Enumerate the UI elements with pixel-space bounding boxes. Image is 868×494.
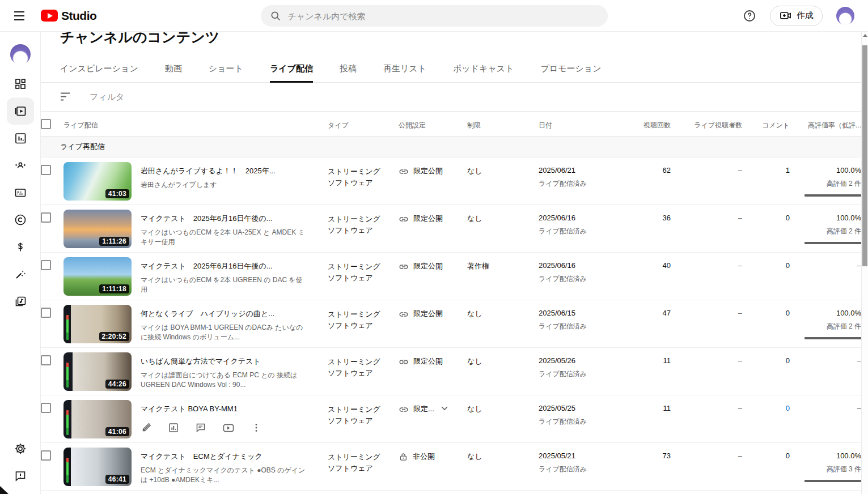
sidebar-item-settings[interactable] [7, 435, 34, 462]
view-on-youtube-icon[interactable] [222, 422, 235, 433]
scrollbar-thumb[interactable] [862, 45, 867, 266]
row-checkbox[interactable] [41, 260, 51, 270]
tab-posts[interactable]: 投稿 [340, 57, 357, 82]
video-title[interactable]: マイクテスト ECMとダイナミック [141, 452, 307, 462]
comments-icon[interactable] [195, 422, 206, 433]
visibility-label[interactable]: 限定... [413, 404, 434, 414]
filter-bar[interactable]: フィルタ [41, 83, 861, 112]
visibility-label[interactable]: 限定公開 [413, 261, 443, 271]
sidebar [0, 32, 41, 494]
menu-icon[interactable] [8, 5, 31, 27]
sidebar-item-earn[interactable] [7, 233, 34, 261]
stream-status: ライブ配信済み [539, 417, 609, 427]
restriction-label[interactable]: なし [467, 300, 539, 347]
sidebar-item-dashboard[interactable] [7, 70, 34, 97]
scrollbar-up-arrow[interactable] [863, 34, 867, 37]
vertical-scrollbar[interactable] [861, 32, 868, 494]
sidebar-item-content[interactable] [7, 97, 34, 125]
help-icon[interactable] [743, 9, 756, 23]
tab-podcasts[interactable]: ポッドキャスト [453, 57, 514, 82]
table-row[interactable]: 1:11:26 マイクテスト 2025年6月16日午後の... マイクはいつもの… [41, 205, 861, 253]
sidebar-item-copyright[interactable] [7, 206, 34, 233]
search-bar[interactable] [261, 5, 608, 27]
visibility-label[interactable]: 限定公開 [413, 356, 443, 367]
video-title[interactable]: マイクテスト 2025年6月16日午後の... [141, 261, 307, 271]
row-checkbox[interactable] [41, 212, 51, 223]
video-thumbnail[interactable]: 46:41 [63, 448, 132, 486]
avatar[interactable] [836, 7, 854, 25]
tab-live[interactable]: ライブ配信 [270, 57, 313, 82]
table-row[interactable]: 44:26 いちばん簡単な方法でマイクテスト マイクは譜面台につけてある ECM… [41, 348, 861, 395]
video-duration: 1:11:26 [99, 237, 129, 246]
tab-shorts[interactable]: ショート [209, 57, 243, 82]
sidebar-item-send-feedback[interactable] [7, 462, 34, 489]
table-row[interactable]: 41:06 マイクテスト BOYA BY-MM1 [41, 395, 861, 443]
row-checkbox[interactable] [41, 403, 51, 413]
restriction-label[interactable]: なし [467, 348, 539, 395]
stream-date: 2025/06/16 [539, 214, 609, 222]
restriction-label[interactable]: なし [467, 443, 539, 490]
chevron-down-icon[interactable] [441, 406, 448, 411]
views-count: 11 [609, 348, 671, 395]
restriction-label[interactable]: なし [467, 395, 539, 442]
lock-icon [399, 452, 408, 462]
video-title[interactable]: 岩田さんがライブするよ！！ 2025年... [141, 166, 307, 176]
video-thumbnail[interactable]: 44:26 [63, 352, 132, 391]
stream-date: 2025/05/21 [539, 452, 609, 460]
video-duration: 46:41 [105, 475, 129, 484]
video-description: マイクは譜面台につけてある ECM PC との 接続は UGREEN DAC W… [141, 370, 307, 390]
select-all-checkbox[interactable] [41, 119, 51, 129]
video-thumbnail[interactable]: 1:11:18 [63, 257, 132, 296]
restriction-label[interactable]: なし [467, 205, 539, 252]
table-row[interactable]: 41:03 岩田さんがライブするよ！！ 2025年... 岩田さんがライブします… [41, 157, 861, 205]
row-actions [141, 422, 307, 433]
sidebar-item-customization[interactable] [7, 261, 34, 288]
video-title[interactable]: マイクテスト 2025年6月16日午後の... [141, 214, 307, 224]
tab-inspiration[interactable]: インスピレーション [60, 57, 138, 82]
stream-type: ストリーミング ソフトウェア [328, 452, 387, 474]
community-icon [14, 159, 27, 172]
table-row[interactable]: 1:11:18 マイクテスト 2025年6月16日午後の... マイクはいつもの… [41, 253, 861, 300]
sidebar-item-subtitles[interactable] [7, 179, 34, 206]
sidebar-item-analytics[interactable] [7, 125, 34, 152]
live-viewers-count: – [671, 443, 742, 490]
row-checkbox[interactable] [41, 450, 51, 461]
youtube-studio-logo[interactable]: Studio [41, 9, 96, 23]
tab-playlists[interactable]: 再生リスト [383, 57, 426, 82]
video-thumbnail[interactable]: 41:06 [63, 400, 132, 438]
link-icon [399, 309, 409, 320]
visibility-label[interactable]: 限定公開 [413, 214, 443, 224]
analytics-icon[interactable] [168, 422, 179, 433]
row-checkbox[interactable] [41, 308, 51, 318]
row-checkbox[interactable] [41, 355, 51, 365]
edit-icon[interactable] [141, 422, 152, 433]
visibility-label[interactable]: 非公開 [413, 452, 435, 462]
video-thumbnail[interactable]: 41:03 [63, 162, 132, 201]
sidebar-item-community[interactable] [7, 152, 34, 179]
video-thumbnail[interactable]: 1:11:26 [63, 210, 132, 248]
video-title[interactable]: 何となくライブ ハイブリッジの曲と... [141, 309, 307, 319]
tab-promotions[interactable]: プロモーション [540, 57, 601, 82]
restriction-label[interactable]: なし [467, 157, 539, 205]
row-checkbox[interactable] [41, 165, 51, 175]
table-row[interactable]: 2:20:52 何となくライブ ハイブリッジの曲と... マイクは BOYA B… [41, 300, 861, 348]
views-count: 11 [609, 395, 671, 442]
video-thumbnail[interactable]: 2:20:52 [63, 305, 132, 343]
like-rate: – [857, 261, 861, 270]
restriction-label[interactable]: 著作権 [467, 253, 539, 300]
stream-type: ストリーミング ソフトウェア [328, 261, 387, 284]
video-title[interactable]: いちばん簡単な方法でマイクテスト [141, 356, 307, 367]
create-button[interactable]: 作成 [770, 6, 823, 26]
header-date[interactable]: 日付 [539, 112, 609, 136]
tab-videos[interactable]: 動画 [165, 57, 182, 82]
table-row[interactable]: 46:41 マイクテスト ECMとダイナミック ECM とダイナミックマイクのテ… [41, 443, 861, 491]
channel-avatar[interactable] [10, 44, 31, 65]
more-options-icon[interactable] [251, 422, 262, 433]
visibility-label[interactable]: 限定公開 [413, 166, 443, 176]
sidebar-item-audio-library[interactable] [7, 288, 34, 315]
create-label: 作成 [797, 10, 814, 21]
search-input[interactable] [288, 11, 599, 21]
visibility-label[interactable]: 限定公開 [413, 309, 443, 319]
copyright-icon [14, 213, 27, 227]
video-title[interactable]: マイクテスト BOYA BY-MM1 [141, 404, 307, 414]
